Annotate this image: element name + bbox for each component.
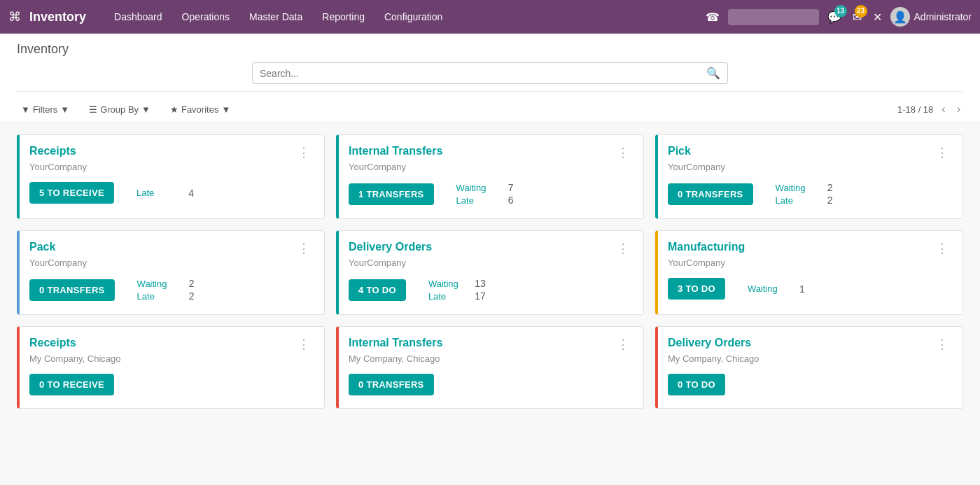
stat-row: Late 17 (428, 290, 486, 302)
groupby-chevron-icon: ▼ (141, 104, 150, 115)
kanban-card-internal-transfers-yourcompany: Internal Transfers ⋮ YourCompany 1 TRANS… (336, 134, 644, 219)
pagination-range: 1-18 / 18 (897, 104, 933, 115)
kanban-card-manufacturing-yourcompany: Manufacturing ⋮ YourCompany 3 TO DO Wait… (655, 230, 963, 315)
card-action-button[interactable]: 1 TRANSFERS (349, 183, 434, 205)
pagination: 1-18 / 18 ‹ › (897, 101, 963, 117)
menu-item-master-data[interactable]: Master Data (241, 7, 311, 27)
card-header: Delivery Orders ⋮ (658, 327, 962, 352)
pagination-prev[interactable]: ‹ (939, 101, 948, 117)
menu-item-configuration[interactable]: Configuration (376, 7, 451, 27)
filter-icon: ▼ (21, 104, 30, 115)
card-title[interactable]: Pick (668, 145, 691, 157)
top-navigation: ⌘ Inventory Dashboard Operations Master … (0, 0, 980, 34)
card-menu-dots[interactable]: ⋮ (612, 241, 634, 256)
stat-label: Late (456, 195, 491, 206)
stat-value: 7 (503, 182, 514, 193)
favorites-label: Favorites (181, 104, 218, 115)
stat-value: 2 (183, 290, 195, 302)
card-menu-dots[interactable]: ⋮ (293, 241, 314, 256)
stat-label: Late (776, 195, 811, 206)
close-icon[interactable]: ✕ (870, 8, 885, 27)
card-action-button[interactable]: 0 TRANSFERS (668, 183, 753, 205)
card-header: Pick ⋮ (658, 135, 962, 160)
card-header: Delivery Orders ⋮ (339, 231, 643, 256)
menu-item-operations[interactable]: Operations (174, 7, 238, 27)
favorites-button[interactable]: ★ Favorites ▼ (166, 103, 234, 116)
kanban-card-receipts-yourcompany: Receipts ⋮ YourCompany 5 TO RECEIVE Late… (17, 134, 325, 219)
stat-value: 2 (822, 182, 833, 193)
stat-label: Waiting (748, 283, 783, 294)
stat-value: 17 (475, 290, 486, 302)
stat-label: Waiting (428, 279, 463, 289)
stat-row: Waiting 2 (137, 278, 195, 289)
search-input[interactable] (260, 68, 706, 79)
menu-item-reporting[interactable]: Reporting (314, 7, 373, 27)
card-menu-dots[interactable]: ⋮ (293, 145, 314, 160)
filter-row: ▼ Filters ▼ ☰ Group By ▼ ★ Favorites ▼ 1… (17, 97, 963, 122)
card-title[interactable]: Internal Transfers (349, 337, 442, 349)
search-box[interactable]: 🔍 (252, 62, 728, 84)
stat-row: Waiting 1 (748, 283, 805, 295)
card-title[interactable]: Delivery Orders (349, 241, 432, 253)
card-title[interactable]: Pack (29, 241, 55, 253)
kanban-card-delivery-orders-yourcompany: Delivery Orders ⋮ YourCompany 4 TO DO Wa… (336, 230, 644, 315)
card-action-button[interactable]: 0 TO DO (668, 374, 725, 395)
phone-icon[interactable]: ☎ (703, 8, 722, 27)
main-menu: Dashboard Operations Master Data Reporti… (106, 7, 697, 27)
search-row: 🔍 (17, 62, 963, 92)
card-title[interactable]: Manufacturing (668, 241, 745, 253)
card-title[interactable]: Internal Transfers (349, 145, 442, 157)
card-body: 5 TO RECEIVE Late 4 (20, 172, 324, 216)
brand-name[interactable]: Inventory (29, 10, 86, 24)
messages-icon[interactable]: 💬 13 (825, 8, 844, 27)
card-action-button[interactable]: 4 TO DO (349, 279, 406, 301)
card-stats: Waiting 2 Late 2 (137, 278, 195, 302)
card-body: 0 TRANSFERS (339, 364, 643, 408)
card-menu-dots[interactable]: ⋮ (612, 337, 634, 352)
page-title: Inventory (17, 42, 963, 57)
topnav-search-input[interactable] (728, 9, 819, 25)
card-menu-dots[interactable]: ⋮ (932, 145, 953, 160)
kanban-card-pack-yourcompany: Pack ⋮ YourCompany 0 TRANSFERS Waiting 2… (17, 230, 325, 315)
stat-row: Late 4 (136, 188, 194, 199)
stat-row: Late 6 (456, 195, 514, 206)
card-header: Pack ⋮ (20, 231, 324, 256)
filters-label: Filters (33, 104, 57, 115)
grid-menu-icon[interactable]: ⌘ (8, 9, 21, 24)
card-action-button[interactable]: 3 TO DO (668, 278, 725, 300)
stat-row: Late 2 (137, 290, 195, 302)
card-company: YourCompany (349, 162, 634, 172)
card-title[interactable]: Receipts (29, 145, 76, 157)
stat-row: Late 2 (776, 195, 833, 206)
card-company: YourCompany (668, 162, 953, 172)
stat-value: 2 (183, 278, 195, 289)
stat-label: Late (137, 291, 172, 302)
card-action-button[interactable]: 5 TO RECEIVE (29, 182, 114, 204)
card-company: YourCompany (668, 258, 953, 268)
filters-button[interactable]: ▼ Filters ▼ (17, 103, 74, 116)
favorites-star-icon: ★ (170, 104, 178, 115)
card-company: My Company, Chicago (29, 353, 314, 364)
card-menu-dots[interactable]: ⋮ (293, 337, 314, 352)
card-company: My Company, Chicago (668, 353, 953, 364)
card-menu-dots[interactable]: ⋮ (932, 337, 953, 352)
card-stats: Waiting 2 Late 2 (776, 182, 833, 206)
card-menu-dots[interactable]: ⋮ (932, 241, 953, 256)
activity-icon[interactable]: ✉ 23 (850, 8, 864, 27)
card-header: Receipts ⋮ (20, 135, 324, 160)
stat-row: Waiting 13 (428, 278, 486, 289)
card-title[interactable]: Delivery Orders (668, 337, 751, 349)
card-menu-dots[interactable]: ⋮ (612, 145, 634, 160)
menu-item-dashboard[interactable]: Dashboard (106, 7, 171, 27)
card-title[interactable]: Receipts (29, 337, 76, 349)
groupby-button[interactable]: ☰ Group By ▼ (85, 103, 155, 116)
search-magnifier-icon: 🔍 (706, 66, 720, 80)
pagination-next[interactable]: › (954, 101, 963, 117)
card-stats: Waiting 13 Late 17 (428, 278, 486, 302)
stat-value: 2 (822, 195, 833, 206)
user-menu[interactable]: 👤 Administrator (890, 7, 972, 27)
card-action-button[interactable]: 0 TO RECEIVE (29, 374, 114, 395)
kanban-card-pick-yourcompany: Pick ⋮ YourCompany 0 TRANSFERS Waiting 2… (655, 134, 963, 219)
card-action-button[interactable]: 0 TRANSFERS (349, 374, 434, 395)
card-action-button[interactable]: 0 TRANSFERS (29, 279, 115, 301)
